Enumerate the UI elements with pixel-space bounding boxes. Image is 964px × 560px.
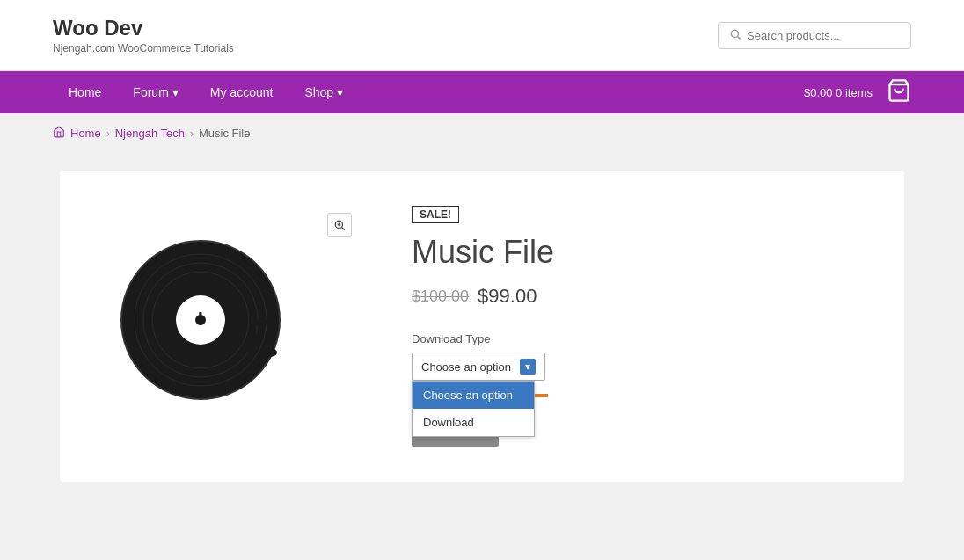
svg-point-0 (731, 30, 738, 37)
breadcrumb-sep-2: › (190, 127, 194, 140)
nav-item-shop[interactable]: Shop ▾ (288, 71, 359, 113)
nav-cart: $0.00 0 items (804, 78, 911, 107)
site-branding: Woo Dev Njengah.com WooCommerce Tutorial… (53, 16, 234, 55)
product-image: ! (95, 206, 324, 434)
sale-badge: SALE! (412, 206, 459, 223)
nav-item-forum[interactable]: Forum ▾ (117, 71, 194, 113)
nav-item-myaccount[interactable]: My account (194, 71, 289, 113)
select-wrapper: Choose an option ▾ Choose an option Down… (412, 353, 545, 381)
search-icon (729, 28, 741, 43)
breadcrumb: Home › Njengah Tech › Music File (53, 126, 911, 141)
nav-item-home[interactable]: Home (53, 71, 117, 113)
product-title: Music File (412, 234, 869, 271)
download-type-label: Download Type (412, 332, 869, 345)
original-price: $100.00 (412, 287, 469, 306)
search-box[interactable] (718, 22, 911, 49)
breadcrumb-current: Music File (199, 127, 251, 140)
svg-point-13 (245, 344, 259, 353)
download-type-select[interactable]: Choose an option ▾ (412, 353, 545, 381)
cart-price: $0.00 0 items (804, 86, 873, 99)
breadcrumb-bar: Home › Njengah Tech › Music File (0, 113, 964, 153)
svg-rect-12 (267, 329, 274, 351)
dropdown-item-download[interactable]: Download (413, 409, 534, 436)
product-card: ! (60, 171, 904, 482)
cart-icon[interactable] (887, 78, 911, 107)
site-title: Woo Dev (53, 16, 234, 40)
main-nav: Home Forum ▾ My account Shop ▾ $0.00 0 i… (0, 71, 964, 113)
nav-links: Home Forum ▾ My account Shop ▾ (53, 71, 359, 113)
breadcrumb-category[interactable]: Njengah Tech (115, 127, 185, 140)
price-wrap: $100.00 $99.00 (412, 285, 869, 308)
breadcrumb-home[interactable]: Home (70, 127, 101, 140)
breadcrumb-sep-1: › (106, 127, 110, 140)
dropdown-item-choose[interactable]: Choose an option (413, 382, 534, 409)
shop-chevron-icon: ▾ (337, 85, 343, 99)
product-image-wrap: ! (95, 206, 359, 447)
site-header: Woo Dev Njengah.com WooCommerce Tutorial… (0, 0, 964, 71)
forum-chevron-icon: ▾ (172, 85, 179, 99)
select-chevron-icon: ▾ (520, 359, 536, 375)
sale-price: $99.00 (478, 285, 537, 308)
svg-point-14 (263, 348, 277, 357)
svg-line-1 (738, 36, 741, 39)
svg-rect-11 (249, 320, 274, 325)
product-details: SALE! Music File $100.00 $99.00 Download… (412, 206, 869, 447)
download-type-dropdown: Choose an option Download (412, 381, 535, 437)
home-breadcrumb-icon (53, 126, 65, 141)
svg-text:!: ! (197, 308, 203, 330)
search-input[interactable] (747, 29, 900, 42)
svg-line-16 (342, 228, 345, 230)
zoom-icon[interactable] (327, 213, 352, 237)
site-tagline: Njengah.com WooCommerce Tutorials (53, 42, 234, 55)
select-value: Choose an option (421, 360, 511, 374)
main-content: ! (0, 153, 964, 517)
